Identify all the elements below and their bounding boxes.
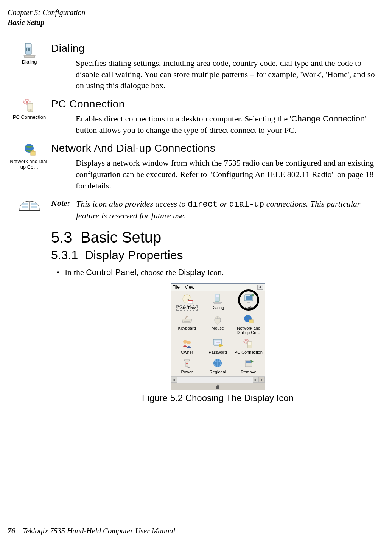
main-content: 5.3 Basic Setup 5.3.1 Display Properties… — [51, 229, 384, 403]
svg-point-11 — [26, 101, 28, 103]
cp-scroll-thumb[interactable]: ▾ — [259, 377, 265, 383]
svg-rect-16 — [31, 151, 35, 155]
pcconn-body: Enables direct connections to a desktop … — [76, 113, 380, 135]
header-chapter: Chapter 5: Configuration — [8, 8, 384, 17]
cp-label-power: Power — [181, 370, 193, 374]
svg-point-14 — [30, 110, 31, 111]
svg-rect-42 — [221, 345, 223, 346]
page-number: 76 — [8, 527, 15, 535]
cp-item-keyboard[interactable]: Keyboard — [172, 313, 202, 336]
cp-scroll-right[interactable]: ► — [253, 377, 259, 383]
svg-rect-50 — [246, 361, 251, 363]
h53-num: 5.3 — [51, 229, 72, 246]
network-icon — [22, 142, 37, 158]
svg-rect-35 — [249, 320, 253, 323]
book-title: Teklogix 7535 Hand-Held Computer User Ma… — [23, 527, 175, 535]
cp-scrollbar[interactable]: ◄ ► ▾ — [171, 376, 265, 383]
h531-num: 5.3.1 — [51, 248, 78, 262]
phone-icon — [211, 293, 224, 305]
heading-5-3-1: 5.3.1 Display Properties — [51, 248, 384, 262]
note-mid: or — [218, 199, 229, 208]
password-icon: *** — [211, 338, 224, 349]
bullet-post: icon. — [205, 268, 224, 277]
bullet-mid: , choose the — [137, 268, 178, 277]
cp-item-pcconn[interactable]: PC Connection — [233, 337, 264, 356]
dialing-icon — [22, 42, 37, 58]
bullet-marker: • — [51, 268, 65, 277]
cp-item-remove[interactable]: Remove — [233, 357, 264, 376]
pcconn-change-connection-label: Change Connection — [291, 114, 365, 123]
bullet-text: In the Control Panel, choose the Display… — [65, 268, 224, 277]
note-icon — [8, 198, 51, 214]
lock-icon — [216, 384, 220, 389]
svg-rect-6 — [28, 50, 29, 51]
network-icon-label: Network anc Dial-up Co… — [8, 159, 51, 170]
svg-rect-2 — [26, 48, 27, 50]
cp-close-button[interactable]: × — [257, 285, 263, 290]
pcconn-heading: PC Connection — [51, 98, 380, 110]
note-label: Note: — [51, 198, 76, 208]
control-panel-window: File View × Date/Time Dialing Display — [171, 283, 265, 390]
bullet-control-panel: Control Panel — [86, 268, 136, 277]
pcconn-icon-label: PC Connection — [8, 115, 51, 120]
svg-rect-13 — [28, 104, 32, 109]
note-body: This icon also provides access to direct… — [76, 198, 384, 221]
note-code-dialup: dial-up — [229, 200, 264, 209]
cp-taskbar — [171, 383, 265, 390]
cp-menu-file[interactable]: File — [173, 285, 180, 290]
cp-menu-view[interactable]: View — [185, 285, 194, 290]
owner-icon — [180, 338, 193, 349]
cp-item-network[interactable]: Network anc Dial-up Co… — [233, 313, 264, 336]
cp-label-datetime: Date/Time — [176, 305, 198, 311]
cp-label-mouse: Mouse — [212, 326, 224, 330]
cp-item-mouse[interactable]: Mouse — [202, 313, 233, 336]
svg-rect-27 — [246, 296, 252, 300]
cp-label-network: Network anc Dial-up Co… — [236, 326, 260, 335]
svg-rect-7 — [29, 50, 30, 51]
cp-item-dialing[interactable]: Dialing — [202, 292, 233, 312]
svg-rect-18 — [19, 210, 40, 211]
svg-rect-28 — [247, 302, 250, 303]
cp-scroll-left[interactable]: ◄ — [171, 377, 177, 383]
dialing-body: Specifies dialing settings, including ar… — [76, 58, 380, 91]
cp-icon-grid: Date/Time Dialing Display Keyboard — [171, 291, 265, 376]
cp-label-password: Password — [208, 350, 227, 355]
cp-item-password[interactable]: *** Password — [202, 337, 233, 356]
dialing-heading: Dialing — [51, 42, 380, 54]
header-section: Basic Setup — [8, 17, 384, 27]
cp-item-datetime[interactable]: Date/Time — [172, 292, 202, 312]
cp-item-regional[interactable]: Regional — [202, 357, 233, 376]
running-header: Chapter 5: Configuration Basic Setup — [8, 8, 384, 27]
svg-text:***: *** — [216, 341, 220, 344]
cp-item-display[interactable]: Display — [233, 292, 264, 312]
heading-5-3: 5.3 Basic Setup — [51, 229, 384, 246]
svg-point-36 — [183, 340, 187, 344]
mouse-icon — [211, 314, 224, 325]
section-dialing: Dialing Dialing Specifies dialing settin… — [8, 42, 384, 95]
cp-menubar: File View × — [171, 284, 265, 291]
cp-item-owner[interactable]: Owner — [172, 337, 202, 356]
section-pc-connection: PC Connection PC Connection Enables dire… — [8, 98, 384, 139]
pcconn-icon-block: PC Connection — [8, 98, 51, 120]
pcconn-body-pre: Enables direct connections to a desktop … — [76, 114, 291, 123]
clock-icon — [180, 293, 193, 305]
svg-rect-1 — [26, 44, 31, 47]
cp-item-power[interactable]: Power — [172, 357, 202, 376]
display-icon — [242, 293, 255, 305]
network-icon-block: Network anc Dial-up Co… — [8, 142, 51, 170]
dialing-icon-label: Dialing — [8, 59, 51, 65]
cp-label-remove: Remove — [241, 370, 256, 374]
cp-label-pcconn: PC Connection — [235, 350, 263, 355]
svg-rect-4 — [29, 48, 30, 50]
figure-caption: Figure 5.2 Choosing The Display Icon — [51, 393, 384, 403]
globe-icon — [242, 314, 255, 325]
h53-title: Basic Setup — [81, 229, 161, 246]
bullet-pre: In the — [65, 268, 86, 277]
svg-point-37 — [187, 341, 191, 344]
pcconn-small-icon — [242, 338, 255, 349]
bullet-instruction: • In the Control Panel, choose the Displ… — [51, 268, 384, 277]
svg-rect-51 — [216, 386, 219, 389]
cp-scroll-track[interactable] — [177, 377, 253, 383]
note-pre: This icon also provides access to — [76, 199, 188, 208]
cp-label-owner: Owner — [181, 350, 193, 355]
